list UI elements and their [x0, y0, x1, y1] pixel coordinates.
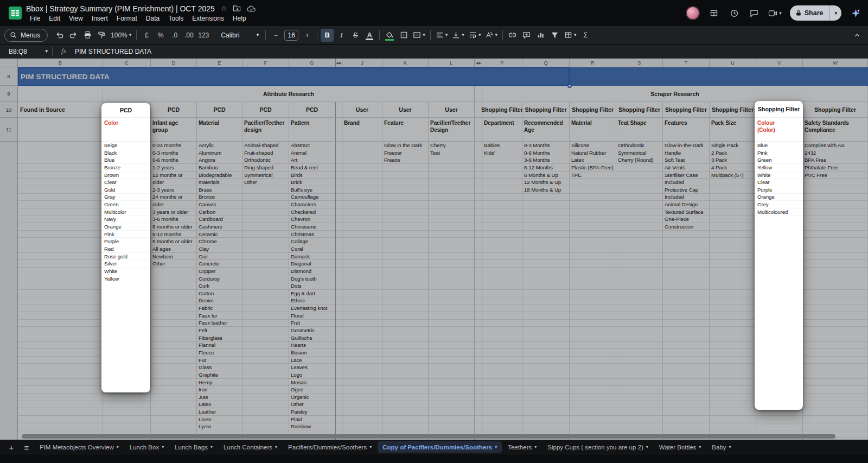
add-sheet-button[interactable]: +	[4, 441, 18, 454]
share-menu-caret[interactable]	[829, 5, 841, 21]
cell[interactable]: Orange	[101, 223, 150, 231]
borders-button[interactable]	[397, 29, 410, 42]
create-filter-button[interactable]	[548, 29, 561, 42]
sheet-tab[interactable]: Water Bottles	[654, 441, 706, 453]
menu-item[interactable]: Tools	[164, 14, 187, 23]
menu-item[interactable]: Format	[113, 14, 141, 23]
cell[interactable]: Orange	[755, 193, 803, 201]
tab-menu-caret[interactable]	[117, 445, 119, 449]
tab-menu-caret[interactable]	[729, 445, 731, 449]
menu-item[interactable]: Extensions	[188, 14, 228, 23]
functions-button[interactable]: Σ	[579, 29, 592, 42]
cell[interactable]: Green	[755, 156, 803, 164]
tab-menu-caret[interactable]	[162, 445, 164, 449]
text-wrap-button[interactable]	[467, 29, 483, 42]
sheet-tab[interactable]: Pacifiers/Dummies/Soothers	[283, 441, 376, 453]
insert-comment-button[interactable]	[520, 29, 533, 42]
version-history-icon[interactable]	[728, 7, 740, 19]
menu-item[interactable]: View	[65, 14, 87, 23]
undo-button[interactable]	[53, 29, 66, 42]
italic-button[interactable]: I	[335, 29, 348, 42]
sheet-tab[interactable]: Lunch Box	[125, 441, 169, 453]
menu-item[interactable]: Edit	[45, 14, 64, 23]
cell[interactable]: Clear	[101, 179, 150, 186]
cell[interactable]: Blue	[755, 142, 803, 149]
horizontal-align-button[interactable]	[434, 29, 450, 42]
number-format-button[interactable]: 123	[196, 29, 210, 42]
paint-format-button[interactable]	[95, 29, 108, 42]
vertical-align-button[interactable]	[450, 29, 466, 42]
decrease-decimals-button[interactable]: .0	[168, 29, 181, 42]
tab-menu-caret[interactable]	[699, 445, 701, 449]
cell[interactable]: Rose gold	[101, 253, 150, 261]
cell[interactable]: Brown	[101, 172, 150, 179]
tab-menu-caret[interactable]	[275, 445, 277, 449]
collapse-toolbar-button[interactable]	[851, 29, 864, 42]
zoom-select[interactable]: 100%	[109, 29, 133, 42]
menus-search-button[interactable]: Menus	[4, 29, 48, 42]
text-rotation-button[interactable]	[483, 29, 499, 42]
document-title[interactable]: Bbox | Strategy Summary (PIM Enrichment)…	[26, 4, 215, 13]
tab-menu-caret[interactable]	[369, 445, 372, 449]
percent-format-button[interactable]: %	[154, 29, 167, 42]
card-source-label[interactable]: Shopping Filter	[755, 101, 803, 118]
fill-color-button[interactable]	[383, 29, 396, 42]
merge-cells-button[interactable]	[411, 29, 427, 42]
insert-link-button[interactable]	[506, 29, 519, 42]
sheet-tab[interactable]: Copy of Pacifiers/Dummies/Soothers	[378, 441, 502, 453]
cell[interactable]: Beige	[101, 142, 150, 149]
currency-format-button[interactable]: £	[140, 29, 153, 42]
video-call-button[interactable]	[768, 10, 782, 17]
menu-item[interactable]: File	[26, 14, 44, 23]
card-field-label[interactable]: Colour (Color)	[755, 118, 803, 142]
decrease-font-size-button[interactable]: −	[269, 29, 282, 42]
card-source-label[interactable]: PCD	[101, 103, 150, 118]
strikethrough-button[interactable]: S	[349, 29, 362, 42]
cell[interactable]: Purple	[755, 186, 803, 194]
cell[interactable]: Red	[101, 245, 150, 253]
table-views-button[interactable]	[563, 29, 578, 42]
tab-menu-caret[interactable]	[495, 445, 497, 449]
cell[interactable]: Purple	[101, 238, 150, 245]
sheet-tab[interactable]: Teethers	[503, 441, 541, 453]
redo-button[interactable]	[67, 29, 80, 42]
font-size-input[interactable]: 16	[284, 30, 298, 41]
all-sheets-button[interactable]: ≡	[20, 441, 34, 454]
horizontal-scrollbar[interactable]	[22, 434, 835, 439]
card-field-label[interactable]: Color	[101, 118, 150, 142]
cell[interactable]: White	[755, 172, 803, 179]
cell[interactable]: White	[101, 268, 150, 275]
menu-item[interactable]: Data	[142, 14, 163, 23]
cell[interactable]: Navy	[101, 215, 150, 223]
increase-font-size-button[interactable]: +	[301, 29, 314, 42]
menu-item[interactable]: Insert	[88, 14, 112, 23]
share-button[interactable]: Share	[790, 5, 830, 21]
sheet-tab[interactable]: Sippy Cups ( section you are up 2)	[542, 441, 653, 453]
cell[interactable]: Yellow	[755, 164, 803, 172]
comments-icon[interactable]	[748, 7, 760, 19]
formula-input[interactable]: PIM STRUCTURED DATA	[75, 48, 151, 55]
sheets-logo[interactable]	[4, 0, 26, 26]
cell[interactable]: Multicolor	[101, 208, 150, 216]
font-select[interactable]: Calibri	[218, 29, 262, 42]
cell[interactable]: Yellow	[101, 275, 150, 283]
sheet-tab[interactable]: PIM Metaobjects Overview	[35, 441, 124, 453]
move-folder-icon[interactable]	[233, 5, 241, 12]
cell[interactable]: Grey	[755, 201, 803, 208]
tab-menu-caret[interactable]	[534, 445, 537, 449]
star-icon[interactable]: ☆	[221, 5, 227, 12]
name-box[interactable]: B8:Q8	[4, 48, 52, 55]
sheet-tab[interactable]: Lunch Bags	[170, 441, 218, 453]
cell[interactable]: Multicoloured	[755, 208, 803, 216]
cell[interactable]: Silver	[101, 260, 150, 268]
cell[interactable]: Pink	[101, 231, 150, 238]
cell[interactable]: Gold	[101, 186, 150, 194]
cell[interactable]: Blue	[101, 156, 150, 164]
sheet-tab[interactable]: Lunch Containers	[219, 441, 282, 453]
insert-chart-button[interactable]	[534, 29, 547, 42]
tab-menu-caret[interactable]	[210, 445, 213, 449]
bold-button[interactable]: B	[321, 29, 334, 42]
avatar[interactable]	[686, 6, 700, 20]
cell[interactable]: Clear	[755, 179, 803, 186]
cell[interactable]: Green	[101, 201, 150, 208]
